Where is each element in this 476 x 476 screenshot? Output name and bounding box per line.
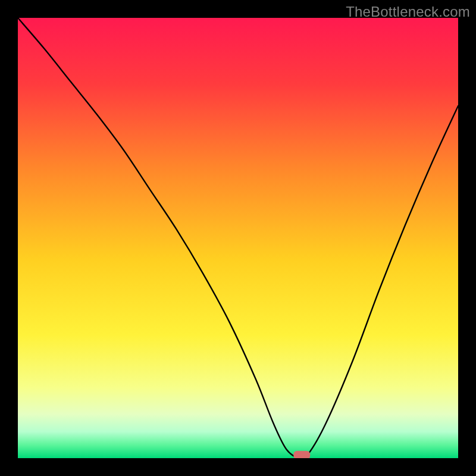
- chart-svg: [18, 18, 458, 458]
- optimum-marker: [293, 451, 310, 458]
- chart-frame: TheBottleneck.com: [0, 0, 476, 476]
- chart-plot: [18, 18, 458, 458]
- gradient-background: [18, 18, 458, 458]
